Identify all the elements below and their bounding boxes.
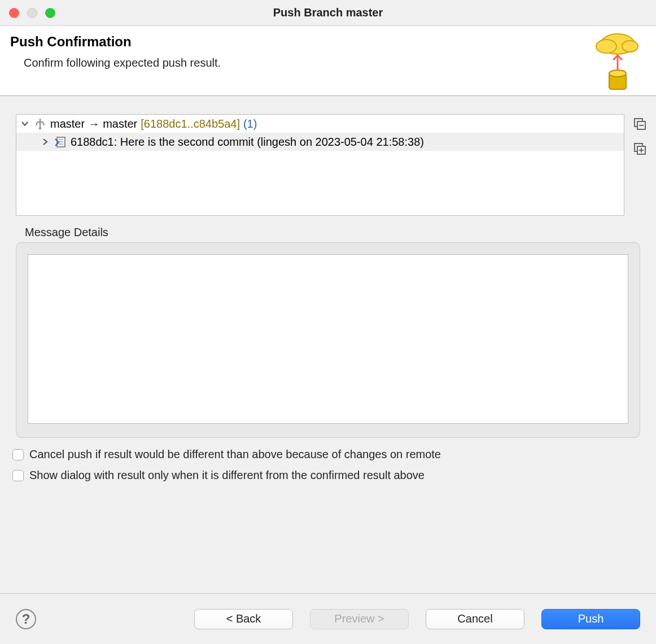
preview-button: Preview >: [310, 609, 409, 629]
sha-range: [6188dc1..c84b5a4]: [141, 118, 240, 130]
page-title: Push Confirmation: [10, 34, 646, 50]
message-details-label: Message Details: [16, 226, 640, 239]
show-dialog-checkbox-row[interactable]: Show dialog with result only when it is …: [12, 469, 644, 482]
commit-text: 6188dc1: Here is the second commit (ling…: [71, 136, 424, 149]
expand-all-button[interactable]: [632, 141, 648, 157]
tree-commit-row[interactable]: 6188dc1: Here is the second commit (ling…: [16, 133, 624, 151]
message-details-panel: [16, 242, 640, 438]
local-branch-name: master: [50, 118, 85, 130]
commit-file-icon: [54, 136, 67, 148]
push-button[interactable]: Push: [541, 609, 640, 629]
tree-branch-row[interactable]: master → master [6188dc1..c84b5a4] (1): [16, 115, 624, 133]
question-icon: ?: [22, 611, 30, 627]
window-controls: [0, 8, 55, 18]
svg-point-2: [622, 41, 638, 52]
arrow-right-icon: →: [88, 118, 99, 130]
window-title: Push Branch master: [0, 6, 656, 19]
dialog-header: Push Confirmation Confirm following expe…: [0, 26, 656, 96]
svg-point-4: [609, 70, 626, 77]
commit-count: (1): [243, 118, 257, 130]
branch-ref-icon: [33, 118, 47, 130]
chevron-right-icon[interactable]: [40, 138, 50, 146]
page-subtitle: Confirm following expected push result.: [10, 56, 646, 69]
cancel-push-checkbox[interactable]: [12, 449, 24, 460]
close-window-button[interactable]: [9, 8, 19, 18]
show-dialog-checkbox[interactable]: [12, 470, 24, 481]
minimize-window-button[interactable]: [27, 8, 37, 18]
push-result-tree[interactable]: master → master [6188dc1..c84b5a4] (1): [16, 114, 624, 216]
collapse-all-button[interactable]: [632, 116, 648, 132]
svg-point-1: [596, 40, 616, 53]
dialog-footer: ? < Back Preview > Cancel Push: [0, 593, 656, 644]
cancel-button[interactable]: Cancel: [426, 609, 524, 629]
remote-branch-name: master: [103, 118, 137, 130]
chevron-down-icon[interactable]: [20, 120, 30, 128]
back-button[interactable]: < Back: [194, 609, 293, 629]
titlebar: Push Branch master: [0, 0, 656, 26]
message-details-textarea[interactable]: [28, 254, 628, 424]
cancel-push-label: Cancel push if result would be different…: [29, 448, 441, 461]
show-dialog-label: Show dialog with result only when it is …: [29, 469, 425, 482]
cancel-push-checkbox-row[interactable]: Cancel push if result would be different…: [12, 448, 644, 461]
push-cloud-icon: [578, 29, 646, 92]
zoom-window-button[interactable]: [45, 8, 55, 18]
help-button[interactable]: ?: [16, 609, 36, 629]
